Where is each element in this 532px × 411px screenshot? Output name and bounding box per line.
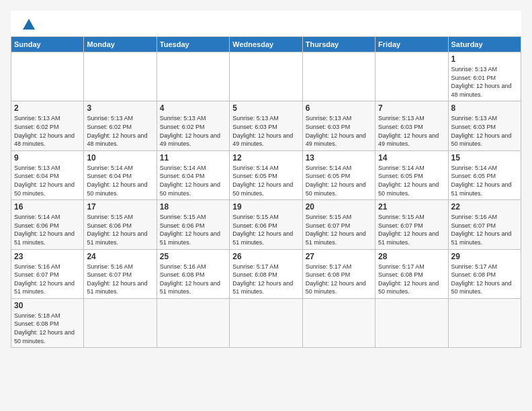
day-number: 7 [378, 103, 445, 113]
calendar-cell [157, 298, 229, 347]
day-info: Sunrise: 5:13 AM Sunset: 6:02 PM Dayligh… [160, 114, 226, 148]
day-info: Sunrise: 5:15 AM Sunset: 6:07 PM Dayligh… [306, 213, 372, 246]
weekday-header-wednesday: Wednesday [230, 37, 302, 52]
day-info: Sunrise: 5:15 AM Sunset: 6:06 PM Dayligh… [232, 213, 299, 246]
calendar-cell: 2Sunrise: 5:13 AM Sunset: 6:02 PM Daylig… [11, 101, 84, 150]
calendar-cell: 16Sunrise: 5:14 AM Sunset: 6:06 PM Dayli… [11, 200, 84, 249]
calendar-cell [375, 298, 448, 347]
header [11, 11, 521, 36]
day-info: Sunrise: 5:13 AM Sunset: 6:03 PM Dayligh… [306, 114, 372, 148]
day-info: Sunrise: 5:17 AM Sunset: 6:08 PM Dayligh… [232, 263, 299, 296]
calendar-header: SundayMondayTuesdayWednesdayThursdayFrid… [11, 37, 521, 52]
calendar-cell: 14Sunrise: 5:14 AM Sunset: 6:05 PM Dayli… [375, 150, 448, 199]
calendar-cell: 1Sunrise: 5:13 AM Sunset: 6:01 PM Daylig… [448, 52, 521, 101]
calendar-cell [84, 52, 157, 101]
calendar-cell: 30Sunrise: 5:18 AM Sunset: 6:08 PM Dayli… [11, 298, 84, 347]
day-info: Sunrise: 5:15 AM Sunset: 6:06 PM Dayligh… [87, 213, 153, 246]
calendar-week-2: 2Sunrise: 5:13 AM Sunset: 6:02 PM Daylig… [11, 101, 521, 150]
day-number: 29 [451, 252, 518, 261]
calendar-table: SundayMondayTuesdayWednesdayThursdayFrid… [11, 36, 521, 348]
day-number: 11 [160, 153, 226, 163]
calendar-cell [230, 52, 302, 101]
weekday-header-tuesday: Tuesday [157, 37, 229, 52]
logo [21, 19, 35, 31]
weekday-header-monday: Monday [84, 37, 157, 52]
day-number: 23 [14, 252, 81, 261]
logo-triangle-icon [23, 19, 35, 30]
day-number: 16 [14, 202, 81, 212]
day-info: Sunrise: 5:13 AM Sunset: 6:02 PM Dayligh… [14, 114, 81, 148]
day-number: 2 [14, 103, 81, 113]
day-info: Sunrise: 5:13 AM Sunset: 6:01 PM Dayligh… [451, 65, 518, 99]
calendar-cell: 26Sunrise: 5:17 AM Sunset: 6:08 PM Dayli… [230, 249, 302, 298]
day-number: 5 [232, 103, 299, 113]
calendar-cell: 17Sunrise: 5:15 AM Sunset: 6:06 PM Dayli… [84, 200, 157, 249]
calendar-cell: 8Sunrise: 5:13 AM Sunset: 6:03 PM Daylig… [448, 101, 521, 150]
day-info: Sunrise: 5:14 AM Sunset: 6:04 PM Dayligh… [87, 164, 153, 197]
day-info: Sunrise: 5:14 AM Sunset: 6:05 PM Dayligh… [451, 164, 518, 197]
day-info: Sunrise: 5:17 AM Sunset: 6:08 PM Dayligh… [378, 263, 445, 296]
weekday-header-thursday: Thursday [302, 37, 375, 52]
calendar-cell [230, 298, 302, 347]
day-number: 14 [378, 153, 445, 163]
calendar-week-4: 16Sunrise: 5:14 AM Sunset: 6:06 PM Dayli… [11, 200, 521, 249]
day-info: Sunrise: 5:16 AM Sunset: 6:07 PM Dayligh… [451, 213, 518, 246]
day-number: 13 [306, 153, 372, 163]
day-info: Sunrise: 5:14 AM Sunset: 6:05 PM Dayligh… [378, 164, 445, 197]
weekday-header-row: SundayMondayTuesdayWednesdayThursdayFrid… [11, 37, 521, 52]
calendar-cell: 10Sunrise: 5:14 AM Sunset: 6:04 PM Dayli… [84, 150, 157, 199]
day-number: 30 [14, 301, 81, 310]
calendar-cell: 28Sunrise: 5:17 AM Sunset: 6:08 PM Dayli… [375, 249, 448, 298]
day-number: 25 [160, 252, 226, 261]
day-info: Sunrise: 5:18 AM Sunset: 6:08 PM Dayligh… [14, 312, 81, 345]
calendar-cell [84, 298, 157, 347]
calendar-cell: 13Sunrise: 5:14 AM Sunset: 6:05 PM Dayli… [302, 150, 375, 199]
day-info: Sunrise: 5:13 AM Sunset: 6:03 PM Dayligh… [378, 114, 445, 148]
day-number: 6 [306, 103, 372, 113]
calendar-cell [375, 52, 448, 101]
day-info: Sunrise: 5:14 AM Sunset: 6:05 PM Dayligh… [306, 164, 372, 197]
day-info: Sunrise: 5:14 AM Sunset: 6:06 PM Dayligh… [14, 213, 81, 246]
calendar-body: 1Sunrise: 5:13 AM Sunset: 6:01 PM Daylig… [11, 52, 521, 348]
day-number: 27 [306, 252, 372, 261]
calendar-cell: 15Sunrise: 5:14 AM Sunset: 6:05 PM Dayli… [448, 150, 521, 199]
calendar-page: SundayMondayTuesdayWednesdayThursdayFrid… [11, 11, 521, 348]
day-number: 19 [232, 202, 299, 212]
day-number: 12 [232, 153, 299, 163]
calendar-cell [157, 52, 229, 101]
day-number: 28 [378, 252, 445, 261]
calendar-cell: 5Sunrise: 5:13 AM Sunset: 6:03 PM Daylig… [230, 101, 302, 150]
calendar-cell: 6Sunrise: 5:13 AM Sunset: 6:03 PM Daylig… [302, 101, 375, 150]
calendar-cell [11, 52, 84, 101]
day-info: Sunrise: 5:15 AM Sunset: 6:07 PM Dayligh… [378, 213, 445, 246]
weekday-header-saturday: Saturday [448, 37, 521, 52]
calendar-cell: 25Sunrise: 5:16 AM Sunset: 6:08 PM Dayli… [157, 249, 229, 298]
day-info: Sunrise: 5:14 AM Sunset: 6:05 PM Dayligh… [232, 164, 299, 197]
calendar-cell [448, 298, 521, 347]
day-number: 20 [306, 202, 372, 212]
day-number: 15 [451, 153, 518, 163]
day-number: 18 [160, 202, 226, 212]
calendar-cell: 9Sunrise: 5:13 AM Sunset: 6:04 PM Daylig… [11, 150, 84, 199]
day-info: Sunrise: 5:13 AM Sunset: 6:04 PM Dayligh… [14, 164, 81, 197]
calendar-week-1: 1Sunrise: 5:13 AM Sunset: 6:01 PM Daylig… [11, 52, 521, 101]
day-info: Sunrise: 5:17 AM Sunset: 6:08 PM Dayligh… [306, 263, 372, 296]
day-number: 1 [451, 54, 518, 64]
weekday-header-friday: Friday [375, 37, 448, 52]
day-info: Sunrise: 5:13 AM Sunset: 6:03 PM Dayligh… [232, 114, 299, 148]
weekday-header-sunday: Sunday [11, 37, 84, 52]
logo-text [21, 19, 35, 31]
day-info: Sunrise: 5:15 AM Sunset: 6:06 PM Dayligh… [160, 213, 226, 246]
calendar-cell: 23Sunrise: 5:16 AM Sunset: 6:07 PM Dayli… [11, 249, 84, 298]
calendar-cell: 22Sunrise: 5:16 AM Sunset: 6:07 PM Dayli… [448, 200, 521, 249]
calendar-cell: 4Sunrise: 5:13 AM Sunset: 6:02 PM Daylig… [157, 101, 229, 150]
day-number: 9 [14, 153, 81, 163]
day-number: 22 [451, 202, 518, 212]
calendar-week-6: 30Sunrise: 5:18 AM Sunset: 6:08 PM Dayli… [11, 298, 521, 347]
day-number: 26 [232, 252, 299, 261]
day-number: 17 [87, 202, 153, 212]
day-number: 21 [378, 202, 445, 212]
day-info: Sunrise: 5:16 AM Sunset: 6:08 PM Dayligh… [160, 263, 226, 296]
day-info: Sunrise: 5:14 AM Sunset: 6:04 PM Dayligh… [160, 164, 226, 197]
calendar-cell [302, 52, 375, 101]
